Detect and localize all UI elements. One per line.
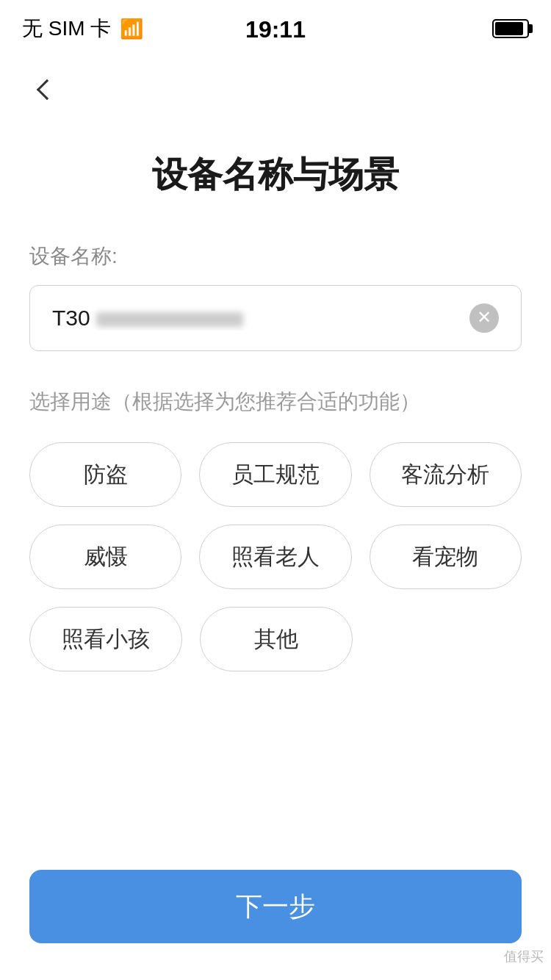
next-button[interactable]: 下一步 — [29, 870, 522, 943]
watermark: 值得买 — [504, 948, 544, 965]
tag-traffic-analysis[interactable]: 客流分析 — [370, 442, 522, 507]
field-label: 设备名称: — [29, 242, 522, 270]
tag-child-care[interactable]: 照看小孩 — [29, 607, 182, 671]
tags-grid: 防盗 员工规范 客流分析 威慑 照看老人 看宠物 照看小孩 其他 — [29, 442, 522, 671]
back-arrow-icon — [37, 79, 57, 100]
battery-fill — [495, 22, 523, 35]
device-name-input-wrapper[interactable]: T30 ✕ — [29, 285, 522, 351]
usage-label: 选择用途（根据选择为您推荐合适的功能） — [29, 388, 522, 416]
clear-button[interactable]: ✕ — [469, 303, 499, 333]
tags-row-3-spacer — [370, 607, 522, 671]
device-name-value: T30 — [52, 306, 469, 331]
battery-area — [492, 19, 529, 38]
wifi-icon: 📶 — [120, 18, 143, 40]
tags-row-1: 防盗 员工规范 客流分析 — [29, 442, 522, 507]
blurred-text — [96, 312, 243, 327]
clear-icon: ✕ — [477, 309, 491, 326]
tags-row-2: 威慑 照看老人 看宠物 — [29, 525, 522, 589]
page-content: 设备名称与场景 设备名称: T30 ✕ 选择用途（根据选择为您推荐合适的功能） … — [0, 122, 551, 686]
status-time: 19:11 — [245, 16, 306, 43]
tag-employee-norm[interactable]: 员工规范 — [199, 442, 351, 507]
tag-pet-watch[interactable]: 看宠物 — [370, 525, 522, 589]
bottom-bar: 下一步 — [0, 855, 551, 980]
tags-row-3: 照看小孩 其他 — [29, 607, 522, 671]
status-bar: 无 SIM 卡 📶 19:11 — [0, 0, 551, 57]
nav-bar — [0, 57, 551, 122]
tag-deterrence[interactable]: 威慑 — [29, 525, 181, 589]
page-title: 设备名称与场景 — [29, 151, 522, 198]
tag-anti-theft[interactable]: 防盗 — [29, 442, 181, 507]
tag-other[interactable]: 其他 — [200, 607, 353, 671]
battery-icon — [492, 19, 529, 38]
back-button[interactable] — [22, 68, 66, 112]
carrier-info: 无 SIM 卡 📶 — [22, 15, 143, 43]
tag-elderly-care[interactable]: 照看老人 — [199, 525, 351, 589]
carrier-text: 无 SIM 卡 — [22, 15, 111, 43]
